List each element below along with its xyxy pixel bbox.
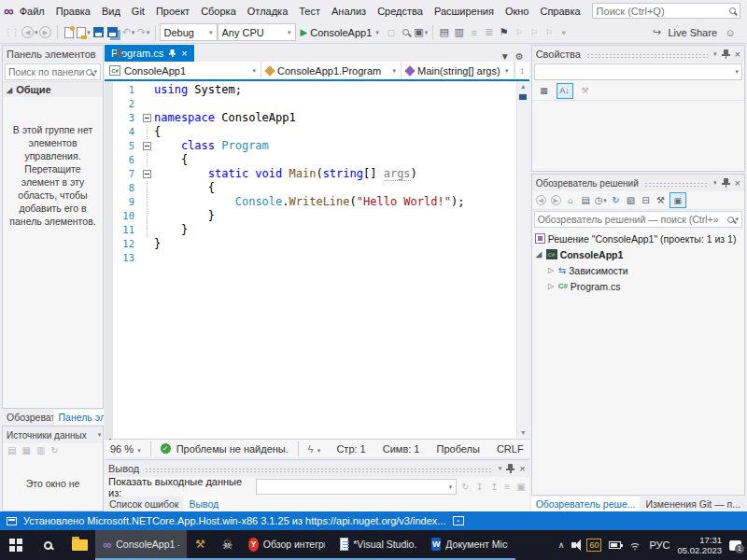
- status-line-number[interactable]: Стр: 1: [336, 443, 365, 455]
- taskbar-tools-app-button[interactable]: ⚒: [187, 530, 214, 560]
- clear-bookmarks-icon[interactable]: ⚐: [542, 24, 557, 41]
- alphabetical-sort-icon[interactable]: A↓: [557, 83, 573, 99]
- tab-close-icon[interactable]: ×: [181, 48, 187, 59]
- output-pin-icon[interactable]: [506, 464, 514, 473]
- expanded-arrow-icon[interactable]: ◢: [535, 250, 543, 259]
- navigate-back-icon[interactable]: ◀▾: [21, 24, 38, 41]
- comment-selection-icon[interactable]: ▤: [437, 24, 452, 41]
- toolbox-pin-icon[interactable]: [115, 49, 123, 59]
- editor-vertical-scrollbar[interactable]: ▲ ▼: [516, 81, 529, 439]
- fold-collapse-icon[interactable]: [143, 142, 151, 150]
- solution-explorer-close-icon[interactable]: ×: [735, 177, 740, 189]
- zoom-dropdown[interactable]: 96 % ▾: [110, 443, 141, 455]
- menu-window[interactable]: Окно: [500, 4, 535, 19]
- menu-debug[interactable]: Отладка: [242, 4, 293, 19]
- member-dropdown[interactable]: Main(string[] args) ▾: [402, 62, 514, 79]
- split-window-icon[interactable]: ↕: [514, 62, 529, 79]
- taskbar-visual-studio-button[interactable]: ∞ ConsoleApp1 - Mic...: [95, 530, 187, 560]
- start-debugging-button[interactable]: ▶ConsoleApp1▾: [296, 23, 384, 42]
- add-item-icon[interactable]: ▾: [77, 24, 92, 41]
- add-data-source-icon[interactable]: ▤: [7, 445, 16, 455]
- next-bookmark-icon[interactable]: ⚐: [527, 24, 542, 41]
- save-icon[interactable]: [92, 24, 106, 41]
- properties-pin-icon[interactable]: [722, 49, 730, 59]
- code-actions-icon[interactable]: ϟ ▾: [308, 443, 320, 455]
- tab-pin-icon[interactable]: [169, 49, 176, 57]
- breakpoint-margin[interactable]: [105, 81, 113, 439]
- menu-analyze[interactable]: Анализ: [326, 4, 372, 19]
- tree-item-dependencies[interactable]: ▷ ⇆ Зависимости: [532, 262, 744, 278]
- editor-options-gear-icon[interactable]: ⚙: [515, 51, 524, 62]
- configure-data-source-icon[interactable]: ▥: [36, 445, 45, 455]
- toggle-word-wrap-icon[interactable]: ▣: [516, 482, 525, 492]
- properties-wrench-icon[interactable]: ⚒: [655, 192, 667, 209]
- tree-item-project[interactable]: ◢ C# ConsoleApp1: [532, 246, 744, 262]
- menu-extensions[interactable]: Расширения: [429, 4, 500, 19]
- language-indicator[interactable]: РУС: [649, 539, 669, 551]
- property-pages-icon[interactable]: ⚒: [577, 83, 594, 99]
- find-message-icon[interactable]: ↻: [461, 482, 469, 492]
- find-in-files-icon[interactable]: [399, 24, 414, 41]
- refresh-icon[interactable]: ↻: [50, 445, 58, 455]
- active-files-dropdown-icon[interactable]: ▼: [500, 51, 510, 62]
- type-dropdown[interactable]: ConsoleApp1.Program ▾: [261, 62, 402, 79]
- tree-item-solution[interactable]: Решение "ConsoleApp1" (проекты: 1 из 1): [532, 231, 744, 246]
- data-sources-menu-icon[interactable]: ▾: [98, 431, 102, 439]
- network-wifi-icon[interactable]: [628, 540, 641, 551]
- menu-file[interactable]: Файл: [14, 4, 50, 19]
- menu-tools[interactable]: Средства: [372, 4, 429, 19]
- problems-status[interactable]: Проблемы не найдены.: [176, 443, 289, 455]
- menu-git[interactable]: Git: [126, 4, 150, 19]
- previous-message-icon[interactable]: ↧: [476, 482, 484, 492]
- tab-error-list[interactable]: Список ошибок: [105, 497, 183, 511]
- switch-views-icon[interactable]: ▤: [580, 192, 592, 209]
- refresh-icon[interactable]: ↻: [610, 192, 622, 209]
- collapsed-arrow-icon[interactable]: ▷: [547, 266, 556, 274]
- tab-server-explorer[interactable]: Обозревате...: [2, 410, 53, 425]
- back-icon[interactable]: ◀: [535, 192, 547, 209]
- uncomment-selection-icon[interactable]: ▥: [452, 24, 467, 41]
- navigate-to-icon[interactable]: ▣▾: [414, 24, 429, 41]
- properties-header[interactable]: Свойства ▾ ×: [532, 46, 744, 63]
- toolbox-search-box[interactable]: ▾: [5, 63, 101, 80]
- new-file-icon[interactable]: [62, 24, 77, 41]
- solution-search-input[interactable]: [538, 214, 728, 225]
- preview-selected-items-icon[interactable]: ▣: [669, 192, 686, 208]
- quick-search-input[interactable]: [597, 6, 729, 17]
- menu-help[interactable]: Справка: [534, 4, 585, 19]
- menu-test[interactable]: Тест: [293, 4, 326, 19]
- start-button[interactable]: [0, 530, 32, 560]
- tab-output[interactable]: Вывод: [184, 497, 223, 511]
- pending-changes-filter-icon[interactable]: ◷▾: [595, 192, 607, 209]
- taskbar-browser-button[interactable]: Y Обзор интегриров...: [241, 530, 332, 560]
- toolbar-overflow-icon[interactable]: ▾: [557, 24, 571, 41]
- forward-icon[interactable]: ▶: [550, 192, 562, 209]
- edit-data-source-icon[interactable]: ▦: [21, 445, 30, 455]
- action-center-icon[interactable]: 1: [729, 540, 741, 551]
- tree-item-program-cs[interactable]: ▷ C# Program.cs: [532, 278, 744, 294]
- tab-git-changes[interactable]: Изменения Git — п...: [641, 497, 745, 511]
- menu-view[interactable]: Вид: [96, 4, 126, 19]
- menu-edit[interactable]: Правка: [50, 4, 96, 19]
- solution-explorer-header[interactable]: Обозреватель решений ▾ ×: [532, 175, 744, 191]
- taskbar-notepad-button[interactable]: *Visual Studio.txt – ...: [332, 530, 424, 560]
- categorized-view-icon[interactable]: ▦: [536, 83, 553, 99]
- collapsed-arrow-icon[interactable]: ▷: [547, 282, 556, 290]
- clear-output-icon[interactable]: ≡: [504, 482, 510, 492]
- decrease-indent-icon[interactable]: ≡: [467, 24, 482, 41]
- menu-build[interactable]: Сборка: [195, 4, 242, 19]
- save-all-icon[interactable]: [106, 24, 121, 41]
- output-close-icon[interactable]: ×: [519, 463, 525, 474]
- toolbar-grip[interactable]: ⋮⋮: [4, 27, 19, 37]
- taskbar-search-button[interactable]: [32, 530, 63, 560]
- taskbar-word-button[interactable]: W Документ Microso...: [424, 530, 515, 560]
- next-message-icon[interactable]: ↥: [490, 482, 498, 492]
- code-editor[interactable]: 1using System; 2 3namespace ConsoleApp1 …: [105, 81, 529, 439]
- collapse-all-icon[interactable]: ⊟: [640, 192, 652, 209]
- solution-search-box[interactable]: ▾: [534, 211, 742, 228]
- solution-explorer-menu-icon[interactable]: ▾: [713, 179, 717, 187]
- previous-bookmark-icon[interactable]: ⚐: [512, 24, 527, 41]
- scroll-up-icon[interactable]: ▲: [520, 81, 527, 92]
- output-header[interactable]: Вывод ▾ ×: [105, 460, 529, 477]
- nested-file-icon[interactable]: ▧: [625, 192, 637, 209]
